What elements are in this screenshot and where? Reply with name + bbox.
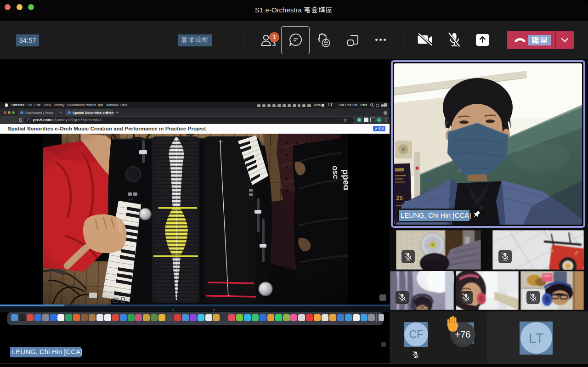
svg-text:25: 25 <box>396 194 403 201</box>
